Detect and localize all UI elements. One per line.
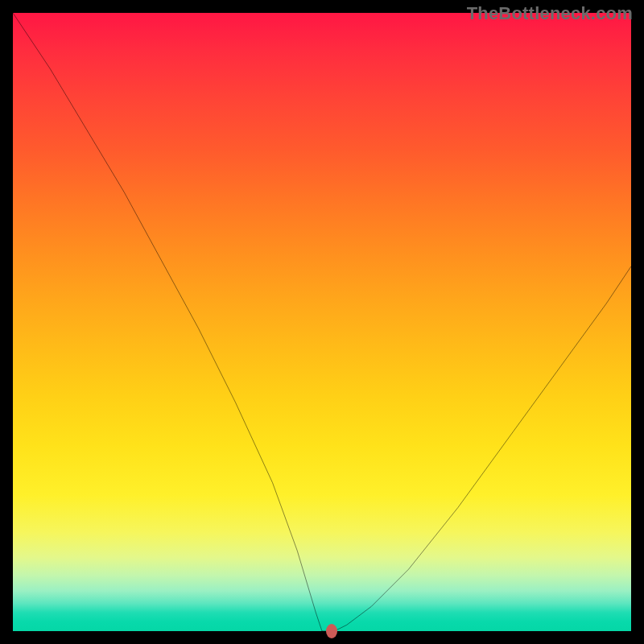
watermark-text: TheBottleneck.com bbox=[467, 3, 633, 24]
plot-area bbox=[13, 13, 631, 631]
optimal-point-marker bbox=[326, 624, 337, 638]
bottleneck-curve bbox=[13, 13, 631, 631]
chart-frame: TheBottleneck.com bbox=[0, 0, 644, 644]
